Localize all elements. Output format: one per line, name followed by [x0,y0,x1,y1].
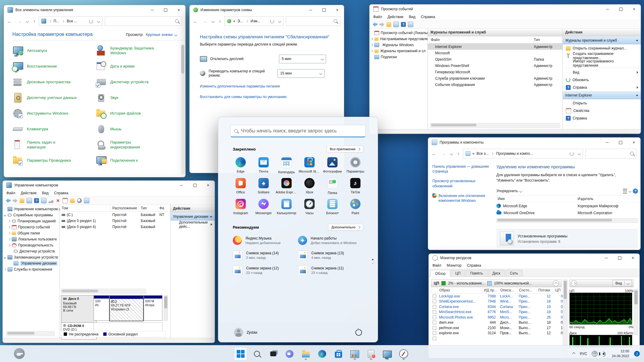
titlebar[interactable]: Все элементы панели управления × [4,5,185,15]
rec-yandex-music[interactable]: Яндекс.МузыкаНедавно добавленные [233,236,298,245]
help-icon[interactable]: ? [401,22,406,27]
log-row[interactable]: События оборудованияАдминистр [428,81,562,88]
tree-item-system-tools[interactable]: Служебные программы [3,212,59,218]
forward-icon[interactable] [13,198,18,203]
search-box[interactable] [585,149,637,158]
rec-screenshot-11[interactable]: Снимок экрана (11)23 ч назад [298,265,363,275]
checkbox[interactable] [433,321,436,324]
app-instagram[interactable]: Instagram [229,199,252,215]
show-action-pane-icon[interactable] [41,198,46,203]
search-box[interactable] [105,16,182,26]
sleep-timeout-select[interactable]: 15 мин [277,69,325,78]
breadcrumb-item[interactable]: Э... [237,19,243,23]
volume-icon[interactable] [602,352,604,355]
menu-action[interactable]: Действие [388,15,404,19]
address-bar[interactable]: П... Все ... [39,16,103,26]
cp-item-credential-manager[interactable]: Диспетчер учетных данных [12,92,88,103]
refresh-icon[interactable] [570,152,574,156]
tab-disk[interactable]: Диск [488,270,505,277]
view-selector[interactable]: Крупные значки [146,33,172,37]
minimize-button[interactable] [600,254,613,262]
tree-item-root[interactable]: Управление компьютером (лс [3,206,59,212]
tab-overview[interactable]: Обзор [431,270,450,277]
column-type[interactable]: Тип [139,205,158,211]
forward-button[interactable]: → [441,151,446,156]
refresh-icon[interactable] [89,19,93,23]
maximize-button[interactable] [159,5,172,15]
column-status[interactable]: Состо... [518,287,537,293]
process-row[interactable]: LockApp.exe7088LockA...Прио...1200,0 [431,294,562,299]
menu-action[interactable]: Действие [21,191,37,195]
list-icon[interactable] [84,198,89,203]
tree-item-local-users[interactable]: Локальные пользовате [3,236,59,242]
horizontal-scrollbar[interactable] [496,218,638,223]
minimize-button[interactable] [601,138,614,147]
search-box[interactable] [286,16,340,26]
open-icon[interactable] [20,198,24,203]
tree-item-task-scheduler[interactable]: Планировщик заданий [3,218,59,224]
up-button[interactable]: ↑ [219,19,221,24]
all-apps-button[interactable]: Все приложения [327,146,363,152]
edge-button[interactable] [316,347,329,360]
action-open[interactable]: Открыть [563,99,641,107]
checkbox[interactable] [433,310,436,314]
cp-item-file-history[interactable]: История файлов [96,108,172,119]
open-icon[interactable] [386,22,391,27]
store-button[interactable] [332,347,345,360]
volume-row[interactable]: (C:)ПростойБазовыйNT [60,212,170,218]
cp-item-remoteapp[interactable]: Подключения к [96,155,172,165]
organize-dropdown-icon[interactable] [519,189,522,192]
log-row[interactable]: OpenSSHПапка [428,56,562,62]
task-view-button[interactable] [267,347,280,360]
action-open-saved-log[interactable]: Открыть сохраненный журнал... [563,44,641,52]
tab-cpu[interactable]: ЦП [451,270,465,277]
app-calculator[interactable]: Калькулятор [275,199,298,215]
titlebar[interactable]: Управление компьютером × [3,181,215,190]
titlebar[interactable]: Изменение параметров схемы × [190,5,344,15]
search-disk-icon[interactable] [77,198,82,203]
menu-view[interactable]: Вид [42,191,49,195]
actions-group-header[interactable]: Управление дисками [171,212,215,221]
column-type[interactable]: Тип [534,37,562,43]
partition-system[interactable]: 100Ис [94,295,109,321]
cp-item-autoplay[interactable]: Автозапуск [12,45,88,56]
action-create-custom-view[interactable]: Создать настраиваемое представление... [563,52,641,59]
close-button[interactable]: × [331,5,344,15]
minimize-button[interactable] [175,181,188,190]
volume-row[interactable]: (Диск 0 раздел 1)ПростойБазовый [60,218,170,224]
process-row[interactable]: dwm.exe444Дисп...Выпо...1801,8 [431,320,562,325]
menu-view[interactable]: Вид [409,15,415,19]
actions-group-header[interactable]: Журналы приложений и служб [563,36,641,44]
cp-item-sound[interactable]: Звук [96,92,172,103]
process-row[interactable]: explorer.exe3124Пров...Выпо...1200,6 [431,331,562,336]
action-import-custom-view[interactable]: Импорт настраиваемого представления [563,59,641,67]
sidebar-updates-link[interactable]: Просмотр установленных обновлений [432,179,496,188]
cp-item-keyboard[interactable]: Клавиатура [12,124,88,135]
tree-item-windows-logs[interactable]: Журналы Windows [370,42,428,48]
computer-management-button[interactable] [381,347,394,360]
app-adobe-express[interactable]: Adobe Express [275,178,298,195]
address-bar[interactable]: « Э... Изм... [224,16,284,26]
close-button[interactable]: × [627,5,641,14]
refresh-icon[interactable] [270,19,274,23]
app-paint[interactable]: Paint [344,199,367,215]
program-row[interactable]: Microsoft EdgeКорпорация Майкрософ [496,202,638,209]
up-button[interactable]: ↑ [457,151,460,156]
column-layout[interactable]: Расположение [111,205,139,211]
rec-get-started[interactable]: Начало работыДобро пожаловать в Windows [298,236,363,245]
column-name[interactable]: Имя [496,197,578,201]
checkbox[interactable] [433,331,436,335]
back-button[interactable]: ← [432,151,436,156]
horizontal-scrollbar[interactable] [6,331,55,336]
extend-icon[interactable] [70,198,75,203]
minimize-button[interactable] [304,5,317,15]
checkbox[interactable] [433,337,436,340]
cpu-section-header[interactable]: ЦП 2% - использование... 100% максимальн… [431,279,562,287]
display-timeout-select[interactable]: 5 мин [279,55,326,63]
cp-item-firewall[interactable]: Брандмауэр Защитника Windows [96,45,172,56]
app-photos[interactable]: Фотографии [321,157,344,174]
app-tiktok[interactable]: TikTok [344,178,367,195]
titlebar[interactable]: Программы и компоненты × [428,138,640,147]
back-button[interactable]: ← [193,19,198,24]
page-indicator[interactable] [372,259,373,264]
